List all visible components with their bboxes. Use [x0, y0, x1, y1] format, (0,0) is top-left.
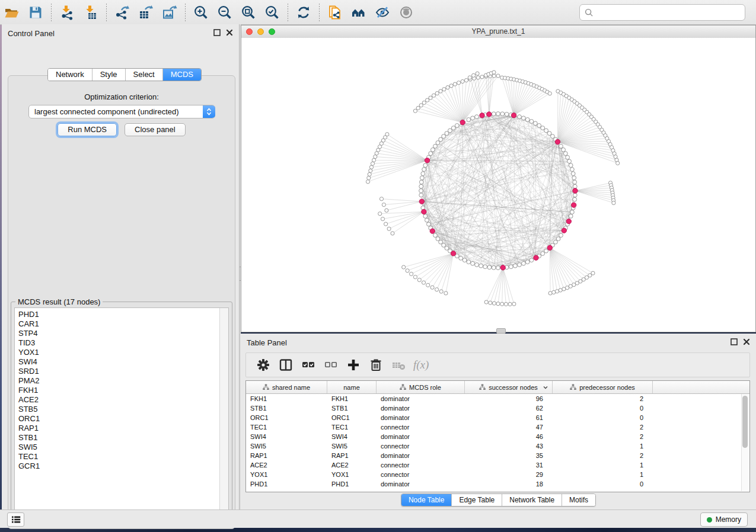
network-search[interactable] — [579, 4, 745, 21]
zoom-fit-button[interactable] — [238, 3, 259, 22]
close-panel-button[interactable] — [226, 29, 233, 36]
close-panel-button-mcds[interactable]: Close panel — [125, 123, 186, 136]
table-cell: 29 — [465, 471, 553, 478]
table-row[interactable]: SWI5SWI5connector431 — [246, 441, 749, 451]
tab-style[interactable]: Style — [92, 69, 126, 81]
sort-desc-icon — [543, 385, 548, 390]
table-scrollbar[interactable] — [741, 394, 749, 491]
table-cell: SWI4 — [327, 433, 377, 440]
table-row[interactable]: ACE2ACE2connector311 — [246, 460, 749, 470]
mcds-result-item[interactable]: SRD1 — [18, 367, 219, 376]
select-all-button[interactable] — [297, 355, 320, 374]
column-selector-button[interactable] — [275, 355, 297, 374]
show-all-button[interactable] — [396, 3, 416, 22]
column-header-MCDS-role[interactable]: MCDS role — [377, 381, 465, 393]
network-window-title: YPA_prune.txt_1 — [241, 27, 755, 36]
mcds-result-item[interactable]: STB1 — [18, 433, 219, 443]
table-cell: 35 — [465, 452, 553, 459]
tab-select[interactable]: Select — [126, 69, 163, 81]
column-header-predecessor-nodes[interactable]: predecessor nodes — [553, 381, 653, 393]
mcds-result-item[interactable]: SWI4 — [18, 357, 219, 367]
mcds-list-scrollbar[interactable] — [219, 308, 228, 518]
mcds-result-item[interactable]: TID3 — [18, 338, 219, 348]
table-cell: STB1 — [246, 405, 327, 412]
network-window-titlebar[interactable]: YPA_prune.txt_1 — [241, 25, 755, 39]
memory-button[interactable]: Memory — [700, 512, 748, 527]
zoom-selected-button[interactable] — [262, 3, 282, 22]
mcds-result-item[interactable]: PHD1 — [18, 310, 219, 319]
mcds-result-item[interactable]: PMA2 — [18, 376, 219, 386]
mcds-result-item[interactable]: STB5 — [18, 405, 219, 414]
deselect-all-button[interactable] — [320, 355, 342, 374]
mcds-result-item[interactable]: ACE2 — [18, 395, 219, 405]
network-from-selection-button[interactable] — [325, 3, 345, 22]
mcds-result-item[interactable]: TEC1 — [18, 452, 219, 462]
run-mcds-button[interactable]: Run MCDS — [58, 123, 117, 136]
zoom-out-button[interactable] — [215, 3, 235, 22]
export-image-button[interactable] — [160, 3, 180, 22]
search-input[interactable] — [597, 6, 745, 19]
tab-mcds[interactable]: MCDS — [163, 69, 201, 81]
mcds-result-item[interactable]: GCR1 — [18, 462, 219, 471]
mcds-result-item[interactable]: ORC1 — [18, 414, 219, 424]
close-table-panel-button[interactable] — [743, 338, 750, 345]
mcds-result-item[interactable]: FKH1 — [18, 386, 219, 395]
table-row[interactable]: TEC1TEC1connector472 — [246, 422, 749, 432]
hide-selected-button[interactable] — [372, 3, 393, 22]
table-row[interactable]: STB1STB1dominator620 — [246, 403, 749, 413]
toolbar-separator — [106, 4, 107, 21]
memory-status-icon — [707, 517, 712, 523]
apply-layout-button[interactable] — [294, 3, 314, 22]
table-row[interactable]: SWI4SWI4dominator462 — [246, 432, 749, 441]
eye-slash-icon — [375, 5, 390, 20]
float-panel-button[interactable] — [213, 29, 221, 36]
export-network-icon — [114, 5, 130, 20]
first-neighbors-button[interactable] — [349, 3, 369, 22]
add-column-button[interactable] — [342, 355, 365, 374]
table-cell: 46 — [465, 433, 553, 440]
zoom-out-icon — [217, 5, 232, 20]
table-settings-button[interactable] — [252, 355, 275, 374]
column-header-successor-nodes[interactable]: successor nodes — [465, 381, 553, 393]
import-table-button[interactable] — [81, 3, 101, 22]
table-row[interactable]: FKH1FKH1dominator962 — [246, 394, 749, 403]
export-network-button[interactable] — [112, 3, 132, 22]
save-session-button[interactable] — [25, 3, 46, 22]
tab-network-table[interactable]: Network Table — [502, 494, 562, 506]
table-row[interactable]: RAP1RAP1dominator352 — [246, 451, 749, 460]
zoom-selected-icon — [264, 5, 280, 20]
toolbar-separator — [185, 4, 186, 21]
float-table-panel-button[interactable] — [731, 338, 738, 345]
splitter-handle-horizontal[interactable] — [496, 328, 506, 334]
export-table-button[interactable] — [136, 3, 156, 22]
columns-icon — [279, 358, 293, 372]
tab-network[interactable]: Network — [48, 69, 92, 81]
table-scrollbar-thumb[interactable] — [742, 396, 748, 448]
zoom-in-button[interactable] — [191, 3, 211, 22]
mcds-result-item[interactable]: RAP1 — [18, 424, 219, 433]
mcds-result-item[interactable]: STP4 — [18, 329, 219, 338]
table-cell: connector — [377, 471, 465, 478]
delete-button[interactable] — [365, 355, 387, 374]
mcds-result-item[interactable]: CAR1 — [18, 319, 219, 329]
table-cell: PHD1 — [327, 480, 377, 488]
table-row[interactable]: YOX1YOX1connector291 — [246, 470, 749, 479]
table-cell: 18 — [465, 480, 553, 488]
network-canvas[interactable] — [241, 38, 755, 332]
tab-edge-table[interactable]: Edge Table — [452, 494, 502, 506]
column-header-shared-name[interactable]: shared name — [246, 381, 327, 393]
show-panels-button[interactable] — [7, 512, 24, 527]
mcds-result-item[interactable]: YOX1 — [18, 348, 219, 357]
table-row[interactable]: ORC1ORC1dominator610 — [246, 413, 749, 422]
mcds-result-item[interactable]: SWI5 — [18, 443, 219, 452]
table-panel-titlebar: Table Panel — [241, 334, 756, 351]
column-header-name[interactable]: name — [327, 381, 377, 393]
open-file-button[interactable] — [2, 3, 22, 22]
table-cell: YOX1 — [327, 471, 377, 478]
tab-node-table[interactable]: Node Table — [401, 494, 452, 506]
table-row[interactable]: PHD1PHD1dominator180 — [246, 479, 749, 489]
import-network-button[interactable] — [57, 3, 77, 22]
criterion-dropdown[interactable]: largest connected component (undirected) — [28, 105, 215, 118]
graph-leaf-nodes[interactable] — [366, 70, 619, 306]
tab-motifs[interactable]: Motifs — [562, 494, 595, 506]
